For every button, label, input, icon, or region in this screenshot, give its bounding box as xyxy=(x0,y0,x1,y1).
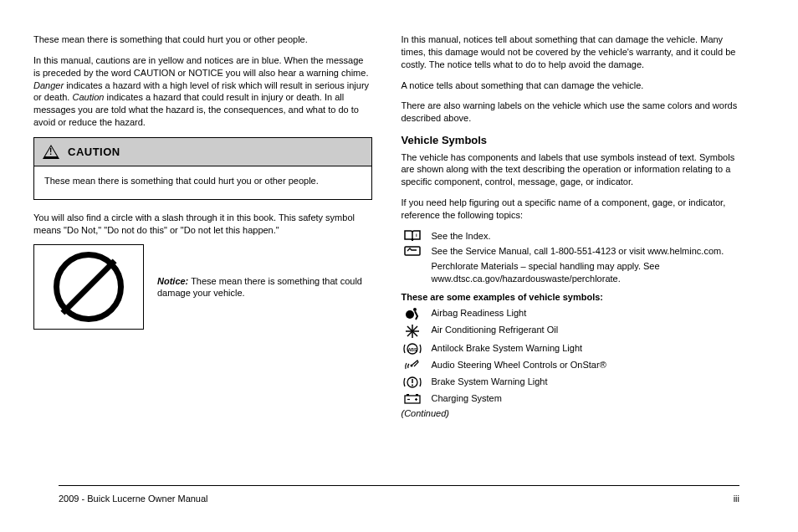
ref-label-2: Perchlorate Materials – special handling… xyxy=(432,260,740,284)
caution-header: ! CAUTION xyxy=(34,138,371,166)
heading-examples: These are some examples of vehicle symbo… xyxy=(402,291,740,304)
ref-label-1: See the Service Manual, call 1-800-551-4… xyxy=(432,245,740,257)
brake-warning-icon xyxy=(402,376,423,389)
sym-label-0: Airbag Readiness Light xyxy=(432,307,740,319)
p2-span1: In this manual, cautions are in yellow a… xyxy=(33,55,368,78)
ref-row-1: See the Service Manual, call 1-800-551-4… xyxy=(402,245,740,257)
heading-vehicle-symbols: Vehicle Symbols xyxy=(402,133,740,148)
p2-caution: Caution xyxy=(72,92,104,102)
svg-rect-16 xyxy=(416,394,418,396)
notice-row: Notice: These mean there is something th… xyxy=(33,244,372,330)
sym-label-3: Audio Steering Wheel Controls or OnStar® xyxy=(432,359,740,371)
ref-row-2: Perchlorate Materials – special handling… xyxy=(402,260,740,284)
left-para-1: These mean there is something that could… xyxy=(33,33,372,46)
sym-row-1: Air Conditioning Refrigerant Oil xyxy=(402,324,740,339)
p2-danger: Danger xyxy=(33,80,64,90)
notice-text: Notice: These mean there is something th… xyxy=(157,275,372,300)
sym-row-3: Audio Steering Wheel Controls or OnStar® xyxy=(402,359,740,372)
caution-body: These mean there is something that could… xyxy=(34,166,371,199)
audio-onstar-icon xyxy=(402,359,423,372)
svg-rect-1 xyxy=(405,247,420,255)
prohibition-icon xyxy=(54,252,124,322)
page-number: iii xyxy=(734,494,739,504)
continued-label: (Continued) xyxy=(402,407,740,420)
ac-refrigerant-icon xyxy=(402,324,423,339)
sym-label-4: Brake System Warning Light xyxy=(432,376,740,387)
sym-label-5: Charging System xyxy=(432,392,740,404)
sym-row-0: Airbag Readiness Light xyxy=(402,307,740,320)
svg-point-3 xyxy=(413,308,417,311)
sym-row-2: ABS Antilock Brake System Warning Light xyxy=(402,342,740,356)
right-para-3: There are also warning labels on the veh… xyxy=(402,100,740,125)
ref-label-0: See the Index. xyxy=(432,230,740,242)
sym-label-2: Antilock Brake System Warning Light xyxy=(432,342,740,354)
notice-body: These mean there is something that could… xyxy=(157,276,362,299)
footer-divider xyxy=(59,485,739,486)
right-para-4: The vehicle has components and labels th… xyxy=(402,151,740,189)
caution-title: CAUTION xyxy=(68,146,120,158)
svg-text:ABS: ABS xyxy=(407,346,417,351)
svg-rect-14 xyxy=(405,396,420,403)
right-para-1: In this manual, notices tell about somet… xyxy=(402,33,740,71)
svg-text:i: i xyxy=(416,233,417,238)
svg-rect-15 xyxy=(407,394,409,396)
notice-label: Notice: xyxy=(157,276,188,286)
no-symbol-box xyxy=(33,244,144,330)
sym-row-5: Charging System xyxy=(402,392,740,404)
airbag-icon xyxy=(402,307,423,320)
left-para-3: You will also find a circle with a slash… xyxy=(33,212,372,237)
caution-box: ! CAUTION These mean there is something … xyxy=(33,137,372,200)
book-icon: i xyxy=(402,230,423,242)
right-para-5: If you need help figuring out a specific… xyxy=(402,197,740,222)
abs-icon: ABS xyxy=(402,342,423,356)
svg-point-13 xyxy=(412,384,413,386)
warning-triangle-icon: ! xyxy=(43,145,59,159)
sym-row-4: Brake System Warning Light xyxy=(402,376,740,389)
footer-left: 2009 - Buick Lucerne Owner Manual xyxy=(59,494,208,504)
service-manual-icon xyxy=(402,245,423,257)
battery-icon xyxy=(402,392,423,404)
right-para-2: A notice tells about something that can … xyxy=(402,79,740,92)
ref-row-0: i See the Index. xyxy=(402,230,740,242)
left-para-2: In this manual, cautions are in yellow a… xyxy=(33,54,372,129)
sym-label-1: Air Conditioning Refrigerant Oil xyxy=(432,324,740,335)
svg-point-2 xyxy=(406,310,414,319)
